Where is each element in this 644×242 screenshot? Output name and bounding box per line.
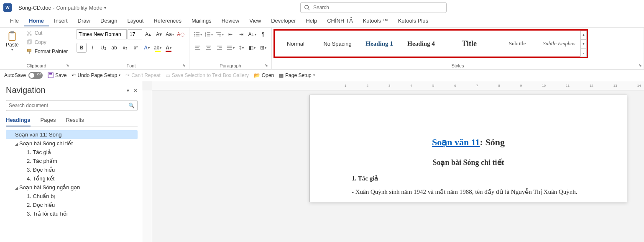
borders-button[interactable]: ⊞ [258,43,268,53]
nav-tab-headings[interactable]: Headings [6,117,31,126]
tab-references[interactable]: References [148,16,186,26]
undo-button[interactable]: ↶ Undo Page Setup ▾ [72,72,120,78]
copy-button[interactable]: Copy [25,39,69,46]
paste-button[interactable]: Paste ▾ [3,29,21,53]
search-input[interactable] [313,5,443,10]
styles-group-label: Styles [452,63,464,68]
tab-design[interactable]: Design [95,16,122,26]
tab-review[interactable]: Review [217,16,245,26]
nav-heading-item[interactable]: 4. Tổng kết [6,174,138,183]
cut-button[interactable]: Cut [25,29,69,37]
align-left-button[interactable] [193,43,203,53]
nav-heading-item[interactable]: ◢Soạn bài Sóng ngắn gọn [6,183,138,192]
save-icon [48,72,54,78]
tab-mailings[interactable]: Mailings [187,16,217,26]
multilevel-list-button[interactable] [215,29,225,39]
tab-kutools[interactable]: Kutools ™ [358,16,393,26]
tab-home[interactable]: Home [24,16,49,26]
style-title[interactable]: Title [442,31,496,57]
change-case-button[interactable]: Aa [165,29,175,39]
ruler-tick: 11 [566,84,570,88]
nav-tab-results[interactable]: Results [66,117,84,126]
nav-search-input[interactable] [9,103,128,108]
page-setup-button[interactable]: ▦ Page Setup ▾ [279,72,315,78]
doc-h1-link[interactable]: Soạn văn 11 [432,137,480,147]
search-icon[interactable]: 🔍 [128,103,135,108]
redo-button[interactable]: ↷ Can't Repeat [125,72,161,78]
tab-view[interactable]: View [244,16,266,26]
chevron-down-icon[interactable]: ▾ [127,88,129,93]
shading-button[interactable]: ◧ [247,43,257,53]
vertical-ruler[interactable] [142,90,152,242]
styles-scroll-down-button[interactable]: ▼ [580,39,587,48]
justify-button[interactable] [225,43,235,53]
increase-indent-button[interactable]: ⇥ [236,29,246,39]
format-painter-button[interactable]: Format Painter [25,48,69,55]
strikethrough-button[interactable]: ab [109,43,119,53]
tab-draw[interactable]: Draw [73,16,95,26]
tab-kutools-plus[interactable]: Kutools Plus [393,16,433,26]
clear-formatting-button[interactable]: A◌ [176,29,186,39]
nav-heading-item[interactable]: 3. Trả lời câu hỏi [6,209,138,218]
style-heading-1[interactable]: Heading 1 [358,31,400,57]
tab-layout[interactable]: Layout [122,16,148,26]
styles-expand-button[interactable]: ⌄ [580,48,587,57]
autosave-toggle[interactable]: Off [28,72,43,79]
tab-insert[interactable]: Insert [49,16,73,26]
decrease-indent-button[interactable]: ⇤ [225,29,235,39]
align-right-button[interactable] [215,43,225,53]
open-button[interactable]: 📂 Open [254,72,274,78]
nav-heading-item[interactable]: 1. Chuẩn bị [6,192,138,201]
document-title[interactable]: Song-CD.doc - Compatibility Mode ▾ [18,5,106,11]
nav-heading-item[interactable]: Soạn văn 11: Sóng [6,130,138,139]
nav-heading-item[interactable]: 2. Tác phẩm [6,157,138,165]
styles-scroll-up-button[interactable]: ▲ [580,31,587,39]
nav-search-box[interactable]: 🔍 [6,100,138,111]
style-no-spacing[interactable]: No Spacing [317,31,358,57]
paragraph-launcher-icon[interactable]: ⬊ [265,63,268,67]
sort-button[interactable]: A↓ [247,29,257,39]
grow-font-button[interactable]: A▴ [143,29,153,39]
bold-button[interactable]: B [77,43,87,53]
save-button[interactable]: Save [48,72,66,78]
highlight-button[interactable]: ab [153,43,163,53]
shrink-font-button[interactable]: A▾ [154,29,164,39]
nav-heading-item[interactable]: 2. Đọc hiểu [6,201,138,209]
tab-help[interactable]: Help [301,16,322,26]
bullets-button[interactable] [193,29,203,39]
font-size-combo[interactable] [128,29,142,39]
style-normal[interactable]: Normal [275,31,317,57]
close-icon[interactable]: ✕ [133,88,138,93]
chevron-down-icon[interactable]: ▾ [104,5,106,10]
show-marks-button[interactable]: ¶ [258,29,268,39]
align-center-button[interactable] [204,43,214,53]
save-selection-button[interactable]: ▭ Save Selection to Text Box Gallery [166,72,249,78]
font-launcher-icon[interactable]: ⬊ [182,63,186,67]
subscript-button[interactable]: x₂ [120,43,130,53]
horizontal-ruler[interactable]: 123456789101112131415 [152,81,644,90]
tab-chinhta[interactable]: CHÍNH TẢ [322,16,358,26]
tab-developer[interactable]: Developer [266,16,301,26]
font-name-combo[interactable] [77,29,127,39]
font-color-button[interactable]: A [164,43,174,53]
superscript-button[interactable]: x² [131,43,141,53]
text-effects-button[interactable]: A [142,43,152,53]
underline-button[interactable]: U [98,43,108,53]
style-heading-4[interactable]: Heading 4 [400,31,442,57]
document-canvas[interactable]: 123456789101112131415 Soạn văn 11: Sóng … [142,81,644,242]
nav-heading-item[interactable]: 1. Tác giả [6,148,138,157]
nav-heading-item[interactable]: 3. Đọc hiểu [6,165,138,174]
nav-heading-item[interactable]: ◢Soạn bài Sóng chi tiết [6,139,138,148]
chevron-down-icon[interactable]: ◢ [15,186,19,190]
italic-button[interactable]: I [87,43,97,53]
line-spacing-button[interactable]: ‡ [236,43,246,53]
chevron-down-icon[interactable]: ◢ [15,142,19,146]
clipboard-launcher-icon[interactable]: ⬊ [66,63,69,67]
numbering-button[interactable]: 123 [204,29,214,39]
nav-tab-pages[interactable]: Pages [41,117,56,126]
search-box[interactable] [300,2,447,13]
style-subtitle[interactable]: Subtitle [496,31,538,57]
tab-file[interactable]: File [5,16,24,26]
styles-launcher-icon[interactable]: ⬊ [639,63,642,67]
style-subtle-emphasis[interactable]: Subtle Emphas [538,31,580,57]
